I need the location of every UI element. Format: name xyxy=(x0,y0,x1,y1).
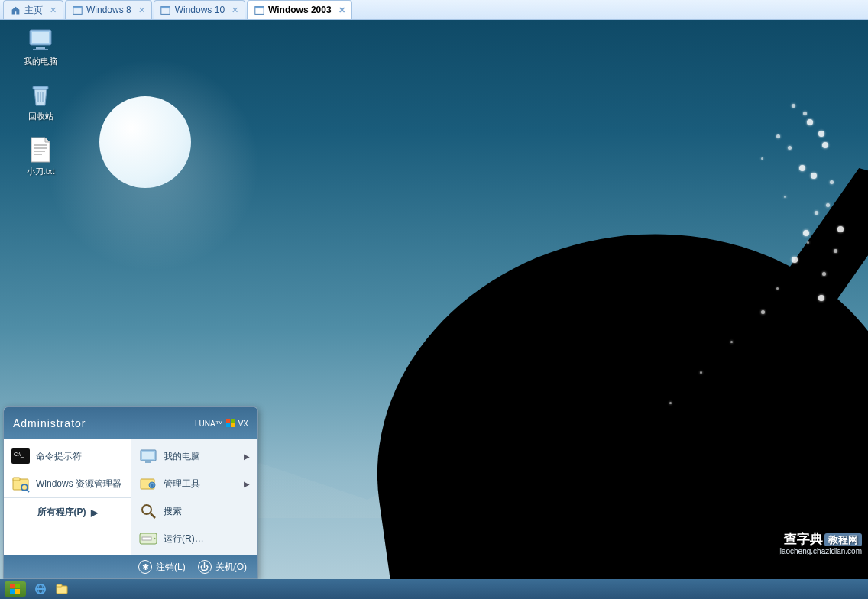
svg-rect-13 xyxy=(226,423,230,427)
svg-rect-34 xyxy=(10,589,15,594)
recycle-bin-icon xyxy=(27,81,54,108)
tab-home[interactable]: 主页 ✕ xyxy=(3,0,63,19)
watermark: 查字典教程网 jiaocheng.chazidian.com xyxy=(778,532,862,556)
computer-icon xyxy=(139,447,157,465)
taskbar-explorer-icon[interactable] xyxy=(55,582,69,596)
svg-rect-9 xyxy=(33,49,48,50)
svg-rect-33 xyxy=(15,584,20,588)
svg-rect-22 xyxy=(142,452,154,459)
menu-item-run[interactable]: 运行(R)… xyxy=(131,525,257,552)
desktop-icons-column: 我的电脑 回收站 小刀.txt xyxy=(14,26,67,177)
logoff-button[interactable]: ✱ 注销(L) xyxy=(138,560,186,574)
close-icon[interactable]: ✕ xyxy=(50,5,57,15)
menu-item-all-programs[interactable]: 所有程序(P) ▶ xyxy=(4,497,131,526)
desktop-icon-text-file[interactable]: 小刀.txt xyxy=(14,136,67,177)
tab-label: Windows 10 xyxy=(175,5,225,15)
start-menu-body: C:\_ 命令提示符 Windows 资源管理器 所有程序(P) ▶ xyxy=(4,439,257,555)
windows-logo-icon xyxy=(226,419,235,428)
svg-text:C:\_: C:\_ xyxy=(14,452,24,458)
menu-item-label: 所有程序(P) xyxy=(37,506,86,519)
tab-windows10[interactable]: Windows 10 ✕ xyxy=(154,0,245,19)
menu-item-admin-tools[interactable]: 管理工具 ▶ xyxy=(131,470,257,497)
moon-decoration xyxy=(99,96,191,188)
svg-rect-1 xyxy=(73,6,81,8)
menu-item-label: 运行(R)… xyxy=(164,533,204,546)
window-icon xyxy=(254,5,264,15)
menu-item-label: Windows 资源管理器 xyxy=(36,478,121,491)
start-button[interactable] xyxy=(5,581,26,597)
home-icon xyxy=(10,5,21,15)
computer-icon xyxy=(27,26,54,53)
svg-rect-30 xyxy=(142,537,151,540)
arrow-right-icon: ▶ xyxy=(244,452,250,461)
start-menu-left-pane: C:\_ 命令提示符 Windows 资源管理器 所有程序(P) ▶ xyxy=(4,439,131,555)
power-icon: ⏻ xyxy=(198,560,212,574)
arrow-right-icon: ▶ xyxy=(91,507,98,518)
menu-item-cmd[interactable]: C:\_ 命令提示符 xyxy=(4,442,131,470)
tab-label: Windows 8 xyxy=(86,5,131,15)
svg-rect-39 xyxy=(57,584,62,587)
desktop-icon-label: 回收站 xyxy=(28,111,53,122)
svg-rect-14 xyxy=(231,423,235,427)
watermark-url: jiaocheng.chazidian.com xyxy=(778,547,862,556)
tab-label: 主页 xyxy=(24,4,43,17)
menu-item-label: 我的电脑 xyxy=(164,450,200,463)
start-menu-footer: ✱ 注销(L) ⏻ 关机(O) xyxy=(4,555,257,578)
start-menu-username: Administrator xyxy=(13,417,86,429)
admin-tools-icon xyxy=(139,474,157,493)
watermark-brand: 查字典教程网 xyxy=(778,532,862,547)
hill-decoration xyxy=(348,200,868,579)
menu-item-my-computer[interactable]: 我的电脑 ▶ xyxy=(131,442,257,470)
svg-rect-5 xyxy=(254,6,263,8)
windows-logo-icon xyxy=(10,584,21,594)
tab-windows8[interactable]: Windows 8 ✕ xyxy=(65,0,152,19)
svg-rect-7 xyxy=(32,32,49,43)
svg-rect-8 xyxy=(36,47,45,49)
start-menu: Administrator LUNA™ VX C:\_ 命令提示符 xyxy=(3,406,258,579)
run-icon xyxy=(139,529,157,548)
desktop-icon-recycle-bin[interactable]: 回收站 xyxy=(14,81,67,122)
menu-item-label: 管理工具 xyxy=(164,478,200,491)
svg-line-20 xyxy=(27,490,29,492)
svg-rect-18 xyxy=(13,478,20,481)
svg-rect-11 xyxy=(226,419,230,423)
svg-rect-26 xyxy=(151,484,154,487)
shutdown-button[interactable]: ⏻ 关机(O) xyxy=(198,560,247,574)
menu-item-explorer[interactable]: Windows 资源管理器 xyxy=(4,470,131,497)
svg-line-28 xyxy=(151,513,155,518)
logoff-icon: ✱ xyxy=(138,560,152,574)
text-file-icon xyxy=(27,136,54,164)
window-icon xyxy=(72,5,83,15)
arrow-right-icon: ▶ xyxy=(244,480,250,488)
window-icon xyxy=(160,5,171,15)
desktop-icon-my-computer[interactable]: 我的电脑 xyxy=(14,26,67,67)
svg-point-27 xyxy=(142,505,151,514)
svg-rect-3 xyxy=(161,6,170,8)
svg-rect-32 xyxy=(10,584,15,588)
close-icon[interactable]: ✕ xyxy=(138,5,145,15)
close-icon[interactable]: ✕ xyxy=(338,5,345,15)
browser-tab-bar: 主页 ✕ Windows 8 ✕ Windows 10 ✕ Windows 20… xyxy=(0,0,868,20)
desktop-icon-label: 我的电脑 xyxy=(24,56,57,67)
svg-rect-35 xyxy=(15,589,20,594)
start-menu-header: Administrator LUNA™ VX xyxy=(4,407,257,439)
search-icon xyxy=(139,502,157,520)
svg-rect-10 xyxy=(33,86,48,89)
menu-item-label: 搜索 xyxy=(164,505,182,518)
taskbar-ie-icon[interactable] xyxy=(34,582,47,596)
desktop-area[interactable]: 我的电脑 回收站 小刀.txt Administrator LUNA™ VX xyxy=(0,20,868,579)
start-menu-brand: LUNA™ VX xyxy=(195,419,248,428)
cmd-icon: C:\_ xyxy=(11,447,30,465)
svg-rect-12 xyxy=(231,419,235,423)
explorer-icon xyxy=(11,474,30,493)
svg-rect-23 xyxy=(145,461,151,463)
button-label: 注销(L) xyxy=(156,561,186,574)
tab-label: Windows 2003 xyxy=(268,5,332,15)
tab-windows2003[interactable]: Windows 2003 ✕ xyxy=(247,0,352,19)
menu-item-search[interactable]: 搜索 xyxy=(131,497,257,525)
desktop-icon-label: 小刀.txt xyxy=(27,166,55,177)
start-menu-right-pane: 我的电脑 ▶ 管理工具 ▶ 搜索 xyxy=(131,439,257,555)
menu-item-label: 命令提示符 xyxy=(36,450,82,463)
button-label: 关机(O) xyxy=(215,561,247,574)
close-icon[interactable]: ✕ xyxy=(232,5,238,15)
